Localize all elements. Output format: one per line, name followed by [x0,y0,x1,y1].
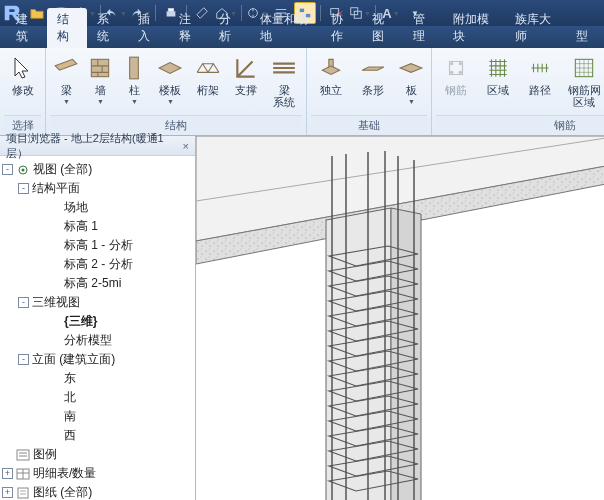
browser-close-icon[interactable]: × [183,140,189,152]
tab-familylib[interactable]: 族库大师 [505,8,566,48]
isolated-button[interactable]: 独立 [311,50,351,100]
tree-node[interactable]: 南 [2,407,193,426]
tree-toggle[interactable]: + [2,468,13,479]
tab-analyze[interactable]: 分析 [209,8,250,48]
tree-toggle[interactable]: - [2,164,13,175]
tree-label: 标高 2 - 分析 [64,256,133,273]
panel-select: 修改 选择 [0,48,46,135]
tree-node[interactable]: 标高 2-5mi [2,274,193,293]
tree-node[interactable]: +明细表/数量 [2,464,193,483]
tree-label: 明细表/数量 [33,465,96,482]
tree-toggle [50,335,61,346]
svg-point-22 [22,168,25,171]
tree-toggle [2,449,13,460]
panel-structure: 梁▼ 墙▼ 柱▼ 楼板▼ 桁架 支撑 梁 系统 结构 [46,48,307,135]
tab-massing[interactable]: 体量和场地 [250,8,322,48]
tree-toggle [50,202,61,213]
tab-more[interactable]: 型 [566,25,598,48]
tree-label: 西 [64,427,76,444]
path-icon [526,54,554,82]
tree-label: {三维} [64,313,97,330]
tree-label: 南 [64,408,76,425]
tree-toggle [50,373,61,384]
tree-label: 标高 2-5mi [64,275,121,292]
browser-tree[interactable]: -视图 (全部)-结构平面场地标高 1标高 1 - 分析标高 2 - 分析标高 … [0,156,195,500]
tree-node[interactable]: 标高 1 - 分析 [2,236,193,255]
tab-insert[interactable]: 插入 [128,8,169,48]
svg-point-15 [450,71,453,74]
tree-node[interactable]: 场地 [2,198,193,217]
column-icon [120,54,148,82]
tab-addins[interactable]: 附加模块 [443,8,504,48]
svg-rect-10 [91,59,108,76]
svg-rect-12 [450,62,463,75]
tree-toggle [50,392,61,403]
panel-rebar-title: 钢筋 [436,115,604,135]
wall-button[interactable]: 墙▼ [84,50,116,109]
tree-node[interactable]: +图纸 (全部) [2,483,193,500]
tree-node[interactable]: -视图 (全部) [2,160,193,179]
browser-title-bar[interactable]: 项目浏览器 - 地上2层结构(暖通1层） × [0,136,195,156]
schedule-icon [16,468,30,480]
beam-icon [52,54,80,82]
wall-icon [86,54,114,82]
tree-node[interactable]: 东 [2,369,193,388]
tree-label: 立面 (建筑立面) [32,351,115,368]
strip-button[interactable]: 条形 [353,50,393,100]
tree-node[interactable]: 图例 [2,445,193,464]
tab-architecture[interactable]: 建筑 [6,8,47,48]
tree-node[interactable]: 分析模型 [2,331,193,350]
truss-button[interactable]: 桁架 [190,50,226,100]
tree-node[interactable]: 西 [2,426,193,445]
tab-structure[interactable]: 结构 [47,8,88,48]
sheet-icon [16,487,30,499]
strip-icon [359,54,387,82]
main-area: 项目浏览器 - 地上2层结构(暖通1层） × -视图 (全部)-结构平面场地标高… [0,136,604,500]
tree-node[interactable]: 标高 1 [2,217,193,236]
tree-label: 图纸 (全部) [33,484,92,500]
svg-point-13 [450,62,453,65]
ribbon: 修改 选择 梁▼ 墙▼ 柱▼ 楼板▼ 桁架 支撑 梁 系统 结构 独立 条形 板… [0,48,604,136]
area-button[interactable]: 区域 [478,50,518,100]
tree-node[interactable]: -三维视图 [2,293,193,312]
tree-toggle [50,316,61,327]
tree-toggle[interactable]: + [2,487,13,498]
tree-toggle [50,240,61,251]
tree-label: 分析模型 [64,332,112,349]
tree-label: 标高 1 [64,218,98,235]
tree-toggle[interactable]: - [18,354,29,365]
tree-label: 北 [64,389,76,406]
views-icon [16,164,30,176]
tree-toggle[interactable]: - [18,297,29,308]
tree-toggle[interactable]: - [18,183,29,194]
tab-manage[interactable]: 管理 [403,8,444,48]
panel-foundation-title: 基础 [311,115,427,135]
tab-systems[interactable]: 系统 [87,8,128,48]
rebar-button: 钢筋 [436,50,476,100]
viewport-3d[interactable] [196,136,604,500]
tree-label: 三维视图 [32,294,80,311]
path-button[interactable]: 路径 [520,50,560,100]
tab-view[interactable]: 视图 [362,8,403,48]
fabric-area-button[interactable]: 钢筋网 区域 [562,50,604,112]
beam-button[interactable]: 梁▼ [50,50,82,109]
tab-collaborate[interactable]: 协作 [321,8,362,48]
brace-icon [232,54,260,82]
svg-rect-11 [130,57,139,79]
tree-node[interactable]: -立面 (建筑立面) [2,350,193,369]
tree-node[interactable]: 北 [2,388,193,407]
svg-rect-23 [17,450,29,460]
tree-node[interactable]: {三维} [2,312,193,331]
tab-annotate[interactable]: 注释 [169,8,210,48]
slab-button[interactable]: 板▼ [395,50,427,109]
svg-marker-42 [391,208,421,500]
floor-button[interactable]: 楼板▼ [152,50,188,109]
column-button[interactable]: 柱▼ [118,50,150,109]
tree-node[interactable]: -结构平面 [2,179,193,198]
tree-node[interactable]: 标高 2 - 分析 [2,255,193,274]
tree-toggle [50,278,61,289]
beam-system-button[interactable]: 梁 系统 [266,50,302,112]
brace-button[interactable]: 支撑 [228,50,264,100]
modify-button[interactable]: 修改 [4,50,41,100]
tree-label: 结构平面 [32,180,80,197]
